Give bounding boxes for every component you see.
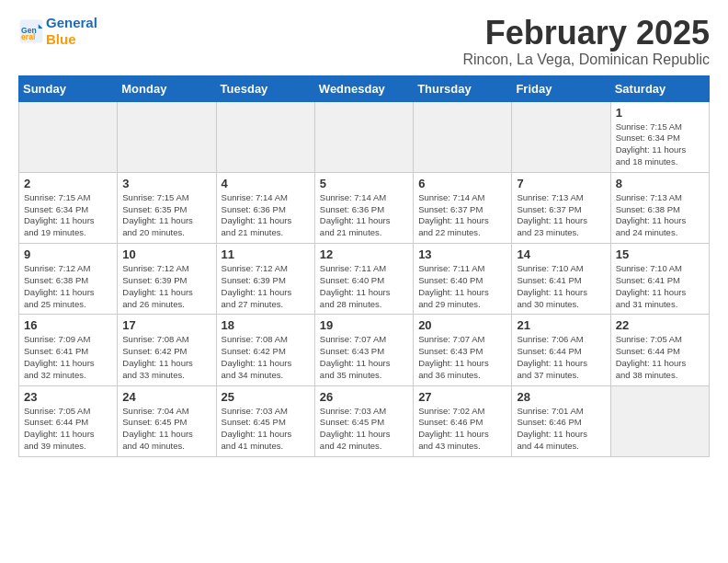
day-info: Sunrise: 7:09 AM Sunset: 6:41 PM Dayligh… [24, 334, 112, 381]
weekday-header-row: SundayMondayTuesdayWednesdayThursdayFrid… [19, 75, 710, 101]
day-number: 27 [418, 390, 506, 404]
day-info: Sunrise: 7:08 AM Sunset: 6:42 PM Dayligh… [122, 334, 210, 381]
day-info: Sunrise: 7:10 AM Sunset: 6:41 PM Dayligh… [616, 263, 704, 310]
day-cell: 14Sunrise: 7:10 AM Sunset: 6:41 PM Dayli… [512, 244, 610, 315]
day-info: Sunrise: 7:05 AM Sunset: 6:44 PM Dayligh… [24, 406, 112, 453]
day-info: Sunrise: 7:11 AM Sunset: 6:40 PM Dayligh… [418, 263, 506, 310]
day-number: 20 [418, 318, 506, 332]
day-cell: 11Sunrise: 7:12 AM Sunset: 6:39 PM Dayli… [216, 244, 314, 315]
svg-text:eral: eral [21, 32, 35, 41]
day-number: 19 [320, 318, 408, 332]
day-number: 24 [122, 390, 210, 404]
calendar-title: February 2025 [462, 15, 710, 52]
day-number: 13 [418, 247, 506, 261]
day-number: 15 [616, 247, 704, 261]
day-cell [414, 101, 512, 172]
day-number: 11 [222, 247, 310, 261]
day-info: Sunrise: 7:13 AM Sunset: 6:38 PM Dayligh… [616, 192, 704, 239]
day-info: Sunrise: 7:15 AM Sunset: 6:34 PM Dayligh… [616, 121, 704, 168]
weekday-monday: Monday [118, 75, 216, 101]
day-number: 18 [222, 318, 310, 332]
day-number: 10 [122, 247, 210, 261]
day-cell: 18Sunrise: 7:08 AM Sunset: 6:42 PM Dayli… [216, 315, 314, 385]
day-number: 25 [222, 390, 310, 404]
day-cell: 5Sunrise: 7:14 AM Sunset: 6:36 PM Daylig… [314, 172, 413, 243]
day-cell: 15Sunrise: 7:10 AM Sunset: 6:41 PM Dayli… [610, 244, 709, 315]
calendar-subtitle: Rincon, La Vega, Dominican Republic [462, 52, 710, 68]
day-cell: 13Sunrise: 7:11 AM Sunset: 6:40 PM Dayli… [414, 244, 512, 315]
day-info: Sunrise: 7:14 AM Sunset: 6:36 PM Dayligh… [222, 192, 310, 239]
day-cell: 4Sunrise: 7:14 AM Sunset: 6:36 PM Daylig… [216, 172, 314, 243]
day-info: Sunrise: 7:08 AM Sunset: 6:42 PM Dayligh… [222, 334, 310, 381]
day-cell [512, 101, 610, 172]
day-info: Sunrise: 7:12 AM Sunset: 6:38 PM Dayligh… [24, 263, 112, 310]
day-info: Sunrise: 7:15 AM Sunset: 6:35 PM Dayligh… [122, 192, 210, 239]
day-number: 28 [517, 390, 605, 404]
week-row-2: 2Sunrise: 7:15 AM Sunset: 6:34 PM Daylig… [19, 172, 710, 243]
day-cell: 8Sunrise: 7:13 AM Sunset: 6:38 PM Daylig… [610, 172, 709, 243]
day-cell: 16Sunrise: 7:09 AM Sunset: 6:41 PM Dayli… [19, 315, 118, 385]
day-cell: 3Sunrise: 7:15 AM Sunset: 6:35 PM Daylig… [118, 172, 216, 243]
day-number: 6 [418, 177, 506, 190]
day-info: Sunrise: 7:14 AM Sunset: 6:37 PM Dayligh… [418, 192, 506, 239]
day-info: Sunrise: 7:06 AM Sunset: 6:44 PM Dayligh… [517, 334, 605, 381]
week-row-1: 1Sunrise: 7:15 AM Sunset: 6:34 PM Daylig… [19, 101, 710, 172]
day-info: Sunrise: 7:14 AM Sunset: 6:36 PM Dayligh… [320, 192, 408, 239]
day-number: 14 [517, 247, 605, 261]
day-info: Sunrise: 7:02 AM Sunset: 6:46 PM Dayligh… [418, 406, 506, 453]
day-number: 7 [517, 177, 605, 190]
day-cell: 25Sunrise: 7:03 AM Sunset: 6:45 PM Dayli… [216, 385, 314, 456]
page: Gen eral General Blue February 2025 Rinc… [0, 0, 728, 472]
day-cell: 22Sunrise: 7:05 AM Sunset: 6:44 PM Dayli… [610, 315, 709, 385]
day-cell: 9Sunrise: 7:12 AM Sunset: 6:38 PM Daylig… [19, 244, 118, 315]
day-cell: 6Sunrise: 7:14 AM Sunset: 6:37 PM Daylig… [414, 172, 512, 243]
day-cell [610, 385, 709, 456]
day-info: Sunrise: 7:01 AM Sunset: 6:46 PM Dayligh… [517, 406, 605, 453]
day-info: Sunrise: 7:12 AM Sunset: 6:39 PM Dayligh… [122, 263, 210, 310]
day-cell: 24Sunrise: 7:04 AM Sunset: 6:45 PM Dayli… [118, 385, 216, 456]
day-info: Sunrise: 7:05 AM Sunset: 6:44 PM Dayligh… [616, 334, 704, 381]
day-number: 16 [24, 318, 112, 332]
day-info: Sunrise: 7:07 AM Sunset: 6:43 PM Dayligh… [320, 334, 408, 381]
day-cell: 2Sunrise: 7:15 AM Sunset: 6:34 PM Daylig… [19, 172, 118, 243]
day-cell [19, 101, 118, 172]
day-number: 2 [24, 177, 112, 190]
day-info: Sunrise: 7:07 AM Sunset: 6:43 PM Dayligh… [418, 334, 506, 381]
day-cell: 1Sunrise: 7:15 AM Sunset: 6:34 PM Daylig… [610, 101, 709, 172]
day-info: Sunrise: 7:10 AM Sunset: 6:41 PM Dayligh… [517, 263, 605, 310]
day-info: Sunrise: 7:12 AM Sunset: 6:39 PM Dayligh… [222, 263, 310, 310]
day-info: Sunrise: 7:15 AM Sunset: 6:34 PM Dayligh… [24, 192, 112, 239]
weekday-saturday: Saturday [610, 75, 709, 101]
week-row-5: 23Sunrise: 7:05 AM Sunset: 6:44 PM Dayli… [19, 385, 710, 456]
day-cell: 23Sunrise: 7:05 AM Sunset: 6:44 PM Dayli… [19, 385, 118, 456]
day-cell: 28Sunrise: 7:01 AM Sunset: 6:46 PM Dayli… [512, 385, 610, 456]
week-row-3: 9Sunrise: 7:12 AM Sunset: 6:38 PM Daylig… [19, 244, 710, 315]
day-cell [216, 101, 314, 172]
day-info: Sunrise: 7:11 AM Sunset: 6:40 PM Dayligh… [320, 263, 408, 310]
day-cell: 12Sunrise: 7:11 AM Sunset: 6:40 PM Dayli… [314, 244, 413, 315]
day-cell: 17Sunrise: 7:08 AM Sunset: 6:42 PM Dayli… [118, 315, 216, 385]
weekday-thursday: Thursday [414, 75, 512, 101]
day-cell: 19Sunrise: 7:07 AM Sunset: 6:43 PM Dayli… [314, 315, 413, 385]
weekday-wednesday: Wednesday [314, 75, 413, 101]
day-cell: 10Sunrise: 7:12 AM Sunset: 6:39 PM Dayli… [118, 244, 216, 315]
day-number: 17 [122, 318, 210, 332]
logo-icon: Gen eral [18, 18, 44, 44]
day-number: 5 [320, 177, 408, 190]
day-info: Sunrise: 7:03 AM Sunset: 6:45 PM Dayligh… [320, 406, 408, 453]
day-number: 9 [24, 247, 112, 261]
header: Gen eral General Blue February 2025 Rinc… [18, 15, 710, 68]
day-number: 3 [122, 177, 210, 190]
day-number: 1 [616, 106, 704, 120]
day-info: Sunrise: 7:13 AM Sunset: 6:37 PM Dayligh… [517, 192, 605, 239]
week-row-4: 16Sunrise: 7:09 AM Sunset: 6:41 PM Dayli… [19, 315, 710, 385]
day-number: 8 [616, 177, 704, 190]
day-cell: 20Sunrise: 7:07 AM Sunset: 6:43 PM Dayli… [414, 315, 512, 385]
day-info: Sunrise: 7:03 AM Sunset: 6:45 PM Dayligh… [222, 406, 310, 453]
weekday-sunday: Sunday [19, 75, 118, 101]
day-cell: 27Sunrise: 7:02 AM Sunset: 6:46 PM Dayli… [414, 385, 512, 456]
calendar-table: SundayMondayTuesdayWednesdayThursdayFrid… [18, 75, 710, 457]
day-info: Sunrise: 7:04 AM Sunset: 6:45 PM Dayligh… [122, 406, 210, 453]
weekday-friday: Friday [512, 75, 610, 101]
day-number: 22 [616, 318, 704, 332]
